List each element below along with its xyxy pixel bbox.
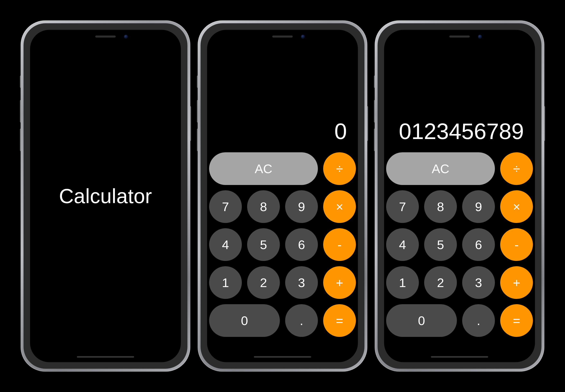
phone-bezel: 0123456789 AC ÷ 7 8 9 × 4 5 6 - 1 2 3 +	[378, 23, 541, 369]
plus-button[interactable]: +	[500, 266, 533, 299]
digit-6-button[interactable]: 6	[285, 228, 318, 261]
home-indicator[interactable]	[77, 356, 134, 358]
calculator-display: 0123456789	[384, 30, 535, 152]
clear-button[interactable]: AC	[386, 152, 495, 185]
clear-button[interactable]: AC	[209, 152, 318, 185]
digit-4-button[interactable]: 4	[386, 228, 419, 261]
digit-0-button[interactable]: 0	[386, 304, 457, 337]
speaker-icon	[95, 36, 116, 38]
digit-9-button[interactable]: 9	[462, 190, 495, 223]
digit-5-button[interactable]: 5	[247, 228, 280, 261]
decimal-button[interactable]: .	[285, 304, 318, 337]
phone-screen: 0 AC ÷ 7 8 9 × 4 5 6 - 1 2 3 + 0	[207, 30, 358, 362]
front-camera-icon	[478, 35, 482, 39]
speaker-icon	[272, 36, 293, 38]
notch	[246, 30, 319, 41]
phone-bezel: Calculator	[24, 23, 187, 369]
calculator-display: 0	[207, 30, 358, 152]
home-indicator[interactable]	[431, 356, 488, 358]
digit-3-button[interactable]: 3	[285, 266, 318, 299]
phone-frame: 0 AC ÷ 7 8 9 × 4 5 6 - 1 2 3 + 0	[198, 20, 367, 372]
digit-1-button[interactable]: 1	[386, 266, 419, 299]
digit-7-button[interactable]: 7	[386, 190, 419, 223]
digit-1-button[interactable]: 1	[209, 266, 242, 299]
digit-4-button[interactable]: 4	[209, 228, 242, 261]
phone-frame: Calculator	[21, 20, 190, 372]
minus-button[interactable]: -	[500, 228, 533, 261]
multiply-button[interactable]: ×	[323, 190, 356, 223]
multiply-button[interactable]: ×	[500, 190, 533, 223]
digit-2-button[interactable]: 2	[247, 266, 280, 299]
phone-calculator-b: 0123456789 AC ÷ 7 8 9 × 4 5 6 - 1 2 3 +	[375, 20, 544, 372]
calculator-keypad: AC ÷ 7 8 9 × 4 5 6 - 1 2 3 + 0 . =	[207, 152, 358, 353]
digit-6-button[interactable]: 6	[462, 228, 495, 261]
phone-frame: 0123456789 AC ÷ 7 8 9 × 4 5 6 - 1 2 3 +	[375, 20, 544, 372]
digit-8-button[interactable]: 8	[247, 190, 280, 223]
divide-button[interactable]: ÷	[323, 152, 356, 185]
front-camera-icon	[124, 35, 128, 39]
plus-button[interactable]: +	[323, 266, 356, 299]
digit-9-button[interactable]: 9	[285, 190, 318, 223]
phone-screen: 0123456789 AC ÷ 7 8 9 × 4 5 6 - 1 2 3 +	[384, 30, 535, 362]
digit-7-button[interactable]: 7	[209, 190, 242, 223]
notch	[423, 30, 496, 41]
decimal-button[interactable]: .	[462, 304, 495, 337]
digit-8-button[interactable]: 8	[424, 190, 457, 223]
splash-screen: Calculator	[30, 30, 181, 362]
speaker-icon	[449, 36, 470, 38]
phone-screen: Calculator	[30, 30, 181, 362]
calculator-keypad: AC ÷ 7 8 9 × 4 5 6 - 1 2 3 + 0 . =	[384, 152, 535, 353]
home-indicator[interactable]	[254, 356, 311, 358]
phone-bezel: 0 AC ÷ 7 8 9 × 4 5 6 - 1 2 3 + 0	[201, 23, 364, 369]
digit-5-button[interactable]: 5	[424, 228, 457, 261]
phone-splash: Calculator	[21, 20, 190, 372]
equals-button[interactable]: =	[323, 304, 356, 337]
digit-3-button[interactable]: 3	[462, 266, 495, 299]
digit-0-button[interactable]: 0	[209, 304, 280, 337]
phone-calculator-a: 0 AC ÷ 7 8 9 × 4 5 6 - 1 2 3 + 0	[198, 20, 367, 372]
app-title: Calculator	[59, 184, 152, 208]
notch	[69, 30, 142, 41]
digit-2-button[interactable]: 2	[424, 266, 457, 299]
minus-button[interactable]: -	[323, 228, 356, 261]
equals-button[interactable]: =	[500, 304, 533, 337]
divide-button[interactable]: ÷	[500, 152, 533, 185]
front-camera-icon	[301, 35, 305, 39]
